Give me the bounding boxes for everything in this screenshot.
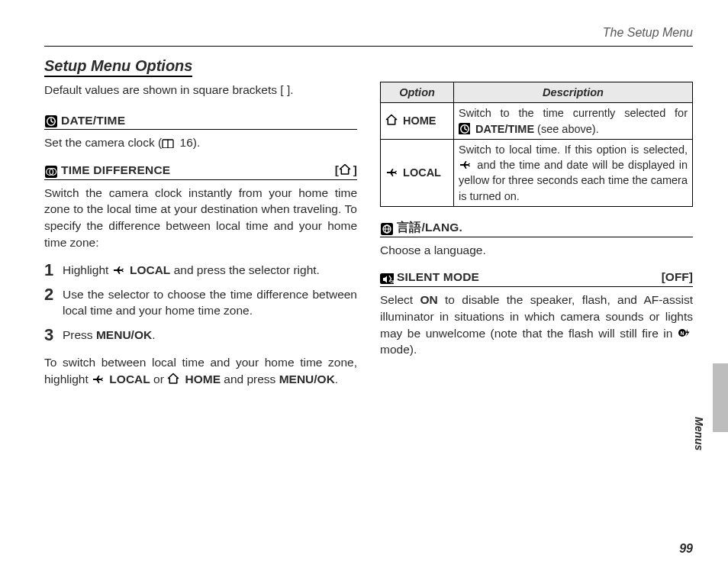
home-icon [339,163,351,176]
desc-home: Switch to the time currently selected fo… [454,103,693,140]
date-time-body-b: 16). [176,136,200,149]
home-icon [385,114,398,126]
left-column: Default values are shown in square brack… [44,82,357,398]
plane-icon [112,263,124,276]
step-3-text: Press MENU/OK. [63,327,155,344]
th-description: Description [454,82,693,103]
plane-icon [92,373,104,385]
options-table: Option Description HOME Switch to the ti… [380,82,693,207]
time-difference-para: Switch the camera clock instantly from y… [44,185,357,251]
heading-time-difference: TIME DIFFERENCE [] [44,162,357,180]
running-head: The Setup Menu [44,26,693,40]
right-column: Option Description HOME Switch to the ti… [380,82,693,398]
clock-icon [459,123,470,134]
option-local: LOCAL [381,139,454,206]
book-icon [162,137,174,148]
natural-flash-icon [678,327,691,339]
side-label: Menus [693,417,705,450]
step-2-text: Use the selector to choose the time diff… [63,286,357,319]
plane-icon [385,166,398,178]
home-icon [167,373,179,385]
thumb-tab [713,363,728,432]
table-header-row: Option Description [381,82,693,103]
step-1-number: 1 [44,262,56,279]
silent-mode-body: Select ON to disable the speaker, flash,… [380,292,693,358]
step-3: 3 Press MENU/OK. [44,327,357,344]
step-2-number: 2 [44,286,56,319]
step-1-text: Highlight LOCAL and press the selector r… [63,262,320,279]
time-difference-default: [] [335,162,357,179]
plane-icon [459,158,471,170]
option-home: HOME [381,103,454,140]
date-time-body-a: Set the camera clock ( [44,136,162,149]
page-number: 99 [679,542,693,556]
table-row: LOCAL Switch to local time. If this opti… [381,139,693,206]
intro-text: Default values are shown in square brack… [44,82,357,98]
heading-lang: 言語/LANG. [380,219,693,237]
lang-label: 言語/LANG. [397,219,462,236]
step-2: 2 Use the selector to choose the time di… [44,286,357,319]
clock-icon [44,115,58,128]
time-difference-footer: To switch between local time and your ho… [44,354,357,387]
lang-body: Choose a language. [380,242,693,259]
top-rule [44,46,693,47]
th-option: Option [381,82,454,103]
step-1: 1 Highlight LOCAL and press the selector… [44,262,357,279]
date-time-body: Set the camera clock ( 16). [44,134,357,151]
step-3-number: 3 [44,327,56,344]
timediff-icon [44,165,58,179]
heading-date-time: DATE/TIME [44,112,357,131]
desc-local: Switch to local time. If this option is … [454,139,693,206]
time-difference-label: TIME DIFFERENCE [61,162,170,179]
silent-icon [380,272,394,286]
heading-silent-mode: SILENT MODE [OFF] [380,269,693,287]
steps-list: 1 Highlight LOCAL and press the selector… [44,262,357,344]
silent-mode-label: SILENT MODE [397,269,479,286]
section-title: Setup Menu Options [44,57,192,77]
table-row: HOME Switch to the time currently select… [381,103,693,140]
date-time-label: DATE/TIME [61,112,125,129]
globe-icon [380,222,394,236]
silent-mode-default: [OFF] [662,269,693,286]
